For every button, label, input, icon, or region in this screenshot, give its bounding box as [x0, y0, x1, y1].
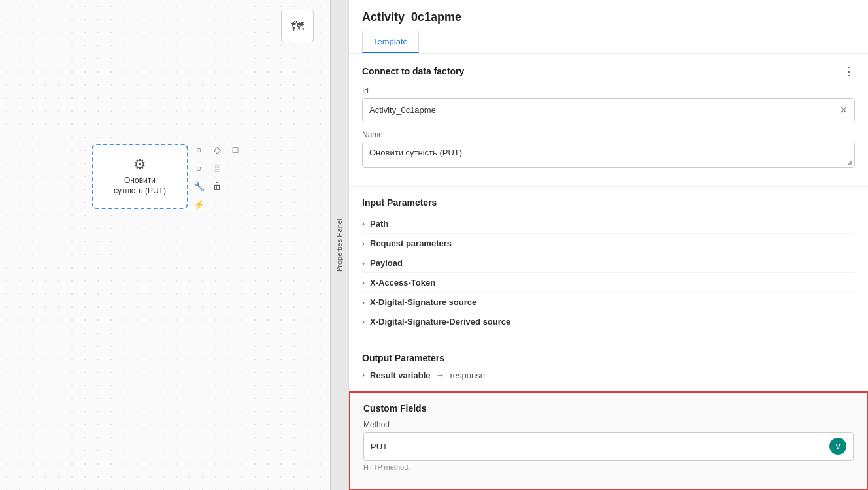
activity-node[interactable]: ⚙ Оновити сутність (PUT) — [92, 144, 188, 209]
chevron-right-icon: › — [362, 220, 365, 229]
param-path[interactable]: › Path — [362, 214, 855, 234]
rect-icon[interactable]: □ — [228, 142, 242, 157]
result-variable-label: Result variable — [370, 370, 431, 380]
input-parameters-section: Input Parameters › Path › Request parame… — [349, 187, 868, 342]
param-payload-label: Payload — [370, 258, 403, 268]
wrench-icon[interactable]: 🔧 — [192, 179, 206, 193]
param-x-digital-signature-derived[interactable]: › X-Digital-Signature-Derived source — [362, 312, 855, 331]
id-label: Id — [362, 86, 855, 95]
diamond-icon[interactable]: ◇ — [210, 142, 224, 157]
result-variable-row[interactable]: › Result variable → response — [362, 370, 855, 380]
connect-section-title: Connect to data factory — [362, 66, 464, 76]
id-input[interactable]: Activity_0c1apme ✕ — [362, 98, 855, 122]
connect-section-header: Connect to data factory ⋮ — [362, 64, 855, 78]
tab-template[interactable]: Template — [362, 31, 419, 53]
param-payload[interactable]: › Payload — [362, 253, 855, 273]
gear-icon: ⚙ — [133, 156, 146, 173]
method-label: Method — [363, 420, 854, 429]
more-options-icon[interactable]: ⋮ — [843, 64, 855, 78]
param-request-label: Request parameters — [370, 238, 452, 248]
map-icon: 🗺 — [291, 19, 304, 34]
panel-title: Activity_0c1apme — [362, 10, 855, 24]
input-parameters-title: Input Parameters — [362, 197, 855, 208]
param-path-label: Path — [370, 219, 388, 229]
right-panel: Activity_0c1apme Template Connect to dat… — [348, 0, 868, 490]
dots-icon[interactable]: ⣿ — [210, 161, 224, 175]
chevron-right-icon: › — [362, 278, 365, 287]
name-input[interactable]: Оновити сутність (PUT) ◢ — [362, 142, 855, 168]
result-variable-value: response — [450, 370, 485, 380]
circle2-icon[interactable]: ○ — [192, 161, 206, 175]
select-chevron-icon[interactable]: ∨ — [829, 438, 846, 455]
chevron-right-icon: › — [362, 370, 365, 380]
param-digital-sig-label: X-Digital-Signature source — [370, 297, 476, 307]
canvas: 🗺 ⚙ Оновити сутність (PUT) ○ ◇ □ ○ ⣿ 🔧 🗑… — [0, 0, 330, 490]
param-x-digital-signature-source[interactable]: › X-Digital-Signature source — [362, 293, 855, 312]
method-hint: HTTP method. — [363, 463, 854, 471]
id-value: Activity_0c1apme — [369, 105, 436, 115]
connect-section: Connect to data factory ⋮ Id Activity_0c… — [349, 54, 868, 187]
chevron-right-icon: › — [362, 318, 365, 327]
arrow-icon: → — [436, 370, 445, 380]
method-select[interactable]: PUT ∨ — [363, 432, 854, 461]
trash-icon[interactable]: 🗑 — [210, 179, 224, 193]
resize-handle-icon: ◢ — [847, 158, 852, 165]
map-button[interactable]: 🗺 — [281, 10, 314, 42]
name-value: Оновити сутність (PUT) — [369, 148, 462, 157]
tab-bar: Template — [362, 31, 855, 53]
id-field-group: Id Activity_0c1apme ✕ — [362, 86, 855, 122]
panel-body: Connect to data factory ⋮ Id Activity_0c… — [349, 54, 868, 490]
name-field-group: Name Оновити сутність (PUT) ◢ — [362, 130, 855, 168]
chevron-right-icon: › — [362, 259, 365, 268]
properties-panel-label: Properties Panel — [335, 218, 343, 271]
output-parameters-title: Output Parameters — [362, 353, 855, 363]
method-value: PUT — [371, 442, 388, 451]
custom-fields-section: Custom Fields Method PUT ∨ HTTP method. — [349, 391, 868, 490]
id-clear-button[interactable]: ✕ — [839, 104, 848, 116]
output-parameters-section: Output Parameters › Result variable → re… — [349, 342, 868, 391]
properties-panel-tab[interactable]: Properties Panel — [330, 0, 348, 490]
param-access-token-label: X-Access-Token — [370, 278, 435, 287]
chevron-right-icon: › — [362, 239, 365, 248]
activity-label: Оновити сутність (PUT) — [114, 176, 166, 196]
lightning-icon[interactable]: ⚡ — [192, 197, 206, 212]
param-request-parameters[interactable]: › Request parameters — [362, 234, 855, 253]
node-toolbar: ○ ◇ □ ○ ⣿ 🔧 🗑 ⚡ — [192, 142, 242, 212]
custom-fields-title: Custom Fields — [363, 403, 854, 414]
param-x-access-token[interactable]: › X-Access-Token — [362, 273, 855, 293]
name-label: Name — [362, 130, 855, 139]
param-digital-sig-derived-label: X-Digital-Signature-Derived source — [370, 317, 510, 327]
panel-header: Activity_0c1apme Template — [349, 0, 868, 54]
method-field-group: Method PUT ∨ HTTP method. — [363, 420, 854, 471]
circle-icon[interactable]: ○ — [192, 142, 206, 157]
chevron-right-icon: › — [362, 298, 365, 307]
